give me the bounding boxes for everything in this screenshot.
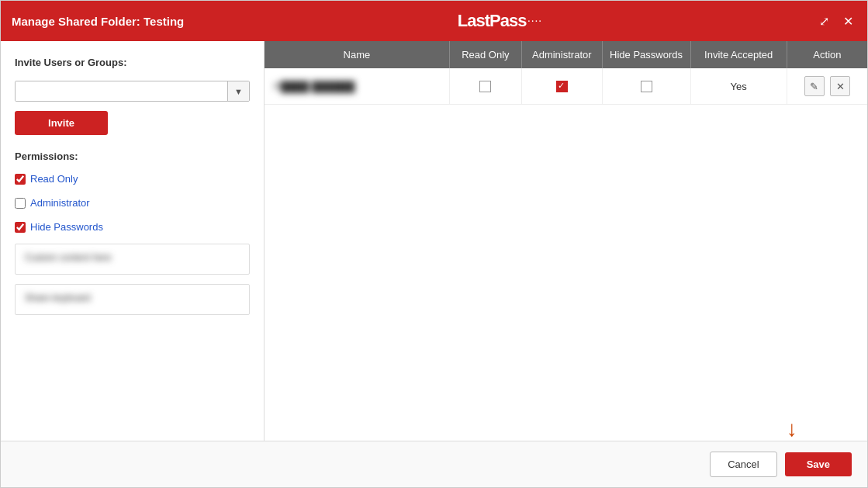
table-header-row: Name Read Only Administrator Hide Passwo…: [265, 41, 867, 68]
col-administrator: Administrator: [522, 41, 603, 68]
col-hide-passwords: Hide Passwords: [602, 41, 690, 68]
row-name: P████ ██████: [265, 68, 449, 105]
table-wrapper: Name Read Only Administrator Hide Passwo…: [265, 41, 867, 441]
permission-hide-passwords: Hide Passwords: [15, 221, 250, 233]
remove-button[interactable]: ✕: [830, 76, 850, 96]
edit-button[interactable]: ✎: [804, 76, 825, 96]
invite-input[interactable]: [16, 81, 227, 101]
modal-window: Manage Shared Folder: Testing LastPass ·…: [0, 0, 868, 488]
row-invite-accepted: Yes: [690, 68, 787, 105]
table-row: P████ ██████: [265, 68, 867, 105]
permissions-label: Permissions:: [15, 151, 250, 162]
save-button[interactable]: Save: [785, 452, 852, 476]
invite-button[interactable]: Invite: [15, 111, 108, 135]
invite-accepted-text: Yes: [731, 81, 747, 92]
row-actions: ✎ ✕: [787, 68, 867, 105]
permission-administrator: Administrator: [15, 197, 250, 209]
col-invite-accepted: Invite Accepted: [690, 41, 787, 68]
invite-input-row: ▼: [15, 81, 250, 102]
modal-body: Invite Users or Groups: ▼ Invite Permiss…: [1, 41, 867, 441]
header-controls: ⤢ ✕: [816, 12, 856, 30]
invite-label: Invite Users or Groups:: [15, 57, 250, 68]
lastpass-logo: LastPass ····: [458, 11, 543, 31]
right-panel: Name Read Only Administrator Hide Passwo…: [265, 41, 867, 441]
users-table: Name Read Only Administrator Hide Passwo…: [265, 41, 867, 105]
info-box-1-text: Custom content here: [25, 252, 111, 263]
modal-header: Manage Shared Folder: Testing LastPass ·…: [1, 1, 867, 41]
left-panel: Invite Users or Groups: ▼ Invite Permiss…: [1, 41, 265, 441]
col-name: Name: [265, 41, 449, 68]
modal-title: Manage Shared Folder: Testing: [12, 15, 184, 28]
info-box-1: Custom content here: [15, 244, 250, 275]
administrator-checkbox[interactable]: [15, 198, 26, 209]
hide-passwords-label: Hide Passwords: [30, 221, 103, 233]
readonly-label: Read Only: [30, 173, 78, 185]
row-name-text: P████ ██████: [274, 81, 354, 92]
arrow-indicator: ↓: [787, 418, 797, 440]
expand-button[interactable]: ⤢: [816, 12, 832, 30]
hide-passwords-checkbox[interactable]: [15, 222, 26, 233]
close-button[interactable]: ✕: [840, 12, 856, 30]
col-action: Action: [787, 41, 867, 68]
row-administrator: [522, 68, 603, 105]
administrator-label: Administrator: [30, 197, 90, 209]
row-hide-passwords: [602, 68, 690, 105]
cancel-button[interactable]: Cancel: [710, 452, 776, 477]
administrator-table-checkbox[interactable]: [556, 81, 568, 92]
col-readonly: Read Only: [449, 41, 521, 68]
invite-dropdown-button[interactable]: ▼: [227, 81, 249, 101]
readonly-table-checkbox[interactable]: [479, 81, 491, 92]
hide-passwords-table-checkbox[interactable]: [641, 81, 652, 92]
info-box-2: Share keyboard: [15, 284, 250, 315]
readonly-checkbox[interactable]: [15, 174, 26, 185]
modal-footer: ↓ Cancel Save: [1, 441, 867, 487]
row-readonly: [449, 68, 521, 105]
info-box-2-text: Share keyboard: [25, 292, 91, 303]
permission-readonly: Read Only: [15, 173, 250, 185]
